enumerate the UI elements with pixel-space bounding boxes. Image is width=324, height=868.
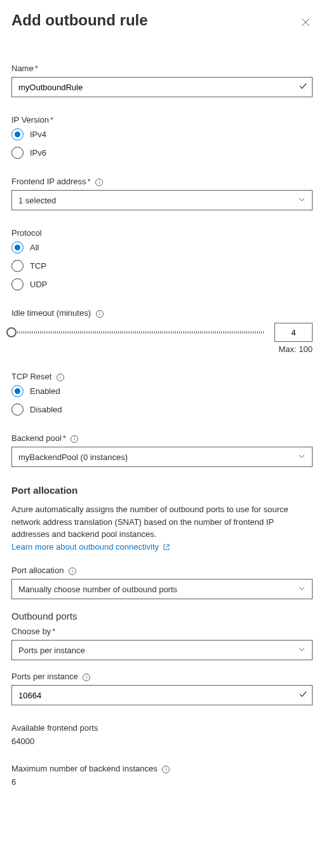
radio-icon: [11, 241, 24, 254]
frontend-ip-select[interactable]: 1 selected: [11, 190, 313, 210]
radio-protocol-tcp[interactable]: TCP: [11, 260, 313, 272]
available-ports-label: Available frontend ports: [11, 723, 313, 733]
backend-pool-select[interactable]: myBackendPool (0 instances): [11, 447, 313, 467]
radio-tcp-enabled[interactable]: Enabled: [11, 385, 313, 397]
max-backend-value: 6: [11, 777, 313, 787]
idle-timeout-value[interactable]: [274, 323, 313, 342]
slider-thumb[interactable]: [6, 327, 17, 337]
protocol-label: Protocol: [11, 228, 313, 238]
choose-by-label: Choose by*: [11, 627, 313, 636]
idle-timeout-max: Max: 100: [11, 344, 313, 354]
radio-icon: [11, 128, 24, 140]
close-icon: [301, 18, 310, 27]
close-button[interactable]: [299, 15, 313, 32]
info-icon[interactable]: i: [57, 374, 64, 381]
info-icon[interactable]: i: [96, 310, 104, 318]
radio-icon: [11, 385, 24, 397]
chevron-down-icon: [298, 585, 306, 594]
ip-version-label: IP Version*: [11, 115, 313, 125]
idle-timeout-label: Idle timeout (minutes) i: [11, 308, 313, 318]
radio-icon: [11, 403, 24, 416]
external-link-icon: [163, 542, 170, 555]
page-title: Add outbound rule: [11, 11, 148, 29]
info-icon[interactable]: i: [71, 435, 78, 443]
port-allocation-description: Azure automatically assigns the number o…: [11, 503, 313, 554]
name-input[interactable]: [11, 77, 313, 97]
radio-protocol-udp[interactable]: UDP: [11, 278, 313, 290]
info-icon[interactable]: i: [95, 179, 103, 186]
outbound-ports-title: Outbound ports: [11, 611, 313, 621]
frontend-ip-label: Frontend IP address* i: [11, 177, 313, 186]
radio-ipv6[interactable]: IPv6: [11, 147, 313, 159]
port-allocation-title: Port allocation: [11, 485, 313, 496]
chevron-down-icon: [298, 452, 306, 462]
info-icon[interactable]: i: [69, 567, 76, 575]
tcp-reset-label: TCP Reset i: [11, 372, 313, 381]
port-allocation-label: Port allocation i: [11, 566, 313, 575]
learn-more-link[interactable]: Learn more about outbound connectivity: [11, 542, 170, 552]
ports-per-instance-input[interactable]: [11, 685, 313, 705]
radio-ipv4[interactable]: IPv4: [11, 128, 313, 140]
max-backend-label: Maximum number of backend instances i: [11, 764, 313, 773]
radio-icon: [11, 260, 24, 272]
choose-by-select[interactable]: Ports per instance: [11, 640, 313, 660]
chevron-down-icon: [298, 196, 306, 205]
idle-timeout-slider[interactable]: [11, 331, 264, 334]
radio-icon: [11, 278, 24, 290]
radio-protocol-all[interactable]: All: [11, 241, 313, 254]
radio-icon: [11, 147, 24, 159]
available-ports-value: 64000: [11, 736, 313, 746]
info-icon[interactable]: i: [162, 766, 170, 773]
chevron-down-icon: [298, 646, 306, 655]
radio-tcp-disabled[interactable]: Disabled: [11, 403, 313, 416]
info-icon[interactable]: i: [83, 674, 90, 681]
name-label: Name*: [11, 64, 313, 73]
port-allocation-select[interactable]: Manually choose number of outbound ports: [11, 579, 313, 599]
ports-per-instance-label: Ports per instance i: [11, 672, 313, 681]
backend-pool-label: Backend pool* i: [11, 433, 313, 443]
